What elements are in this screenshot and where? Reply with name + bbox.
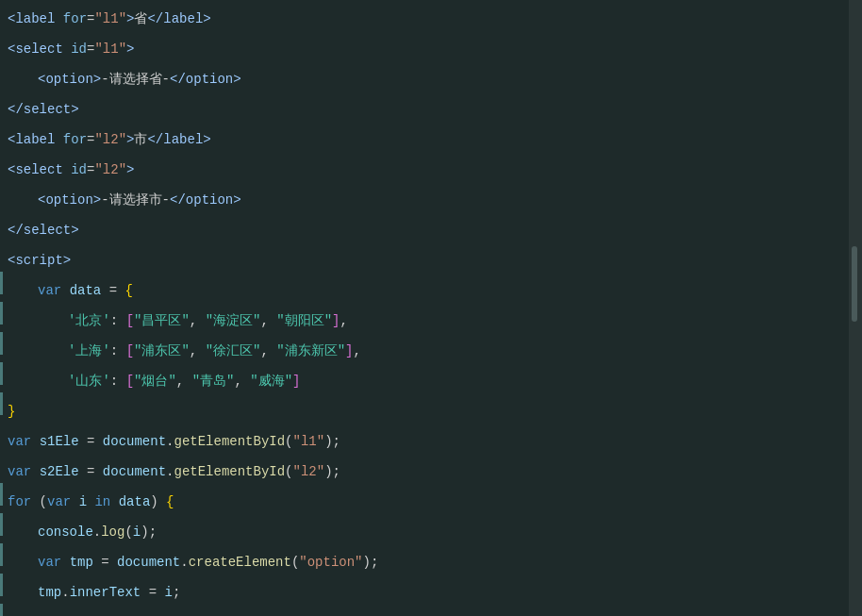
code-line: var tmp = document.createElement("option… xyxy=(0,543,849,574)
code-line: <select id="l1"> xyxy=(0,30,849,60)
code-line: s1Ele.appendChild(tmp); xyxy=(0,604,849,616)
code-line: var s1Ele = document.getElementById("l1"… xyxy=(0,423,849,453)
code-line: <option>-请选择市-</option> xyxy=(0,181,849,211)
code-editor: <label for="l1">省</label><select id="l1"… xyxy=(0,0,862,616)
code-line: } xyxy=(0,392,849,423)
code-line: <select id="l2"> xyxy=(0,151,849,181)
code-line: console.log(i); xyxy=(0,513,849,543)
code-line: for (var i in data) { xyxy=(0,483,849,513)
scrollbar[interactable] xyxy=(849,0,862,616)
code-line: <label for="l1">省</label> xyxy=(0,0,849,30)
code-line: </select> xyxy=(0,211,849,241)
code-line: var data = { xyxy=(0,272,849,302)
code-line: '上海': ["浦东区", "徐汇区", "浦东新区"], xyxy=(0,332,849,362)
code-line: <option>-请选择省-</option> xyxy=(0,60,849,91)
code-line: tmp.innerText = i; xyxy=(0,574,849,604)
code-line: <script> xyxy=(0,241,849,272)
code-line: '山东': ["烟台", "青岛", "威海"] xyxy=(0,362,849,392)
code-line: </select> xyxy=(0,91,849,121)
code-line: '北京': ["昌平区", "海淀区", "朝阳区"], xyxy=(0,302,849,332)
code-line: var s2Ele = document.getElementById("l2"… xyxy=(0,453,849,483)
code-line: <label for="l2">市</label> xyxy=(0,121,849,151)
